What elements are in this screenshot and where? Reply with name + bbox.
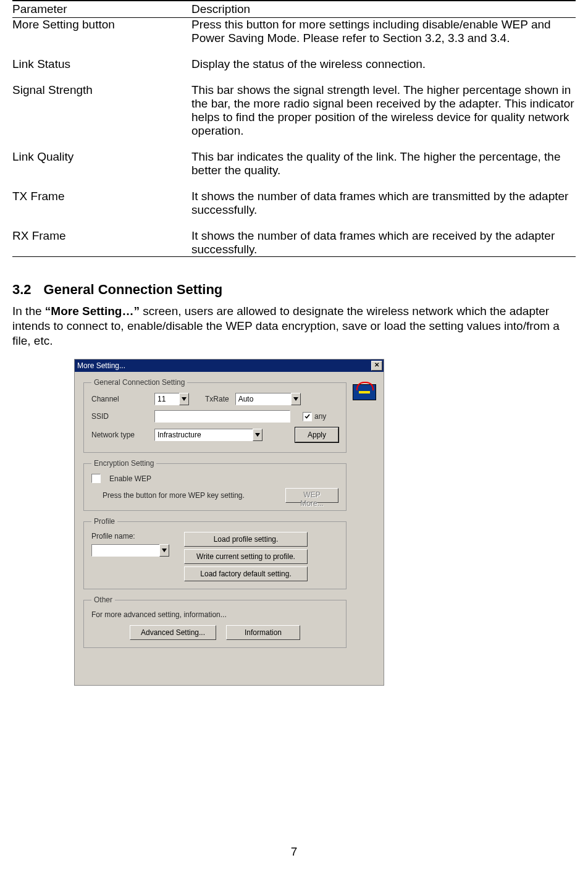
table-header-description: Description	[191, 1, 576, 18]
profile-name-select[interactable]	[91, 544, 169, 557]
chevron-down-icon[interactable]	[291, 393, 301, 405]
table-header-parameter: Parameter	[12, 1, 191, 18]
dialog-title: More Setting...	[77, 361, 125, 370]
wep-hint-text: Press the button for more WEP key settin…	[103, 491, 245, 500]
channel-value[interactable]	[154, 393, 179, 405]
network-type-label: Network type	[91, 431, 148, 439]
table-row: Link Status Display the status of the wi…	[12, 57, 576, 71]
ssid-input[interactable]	[154, 410, 290, 423]
table-row: Signal Strength This bar shows the signa…	[12, 83, 576, 138]
any-checkbox[interactable]	[303, 412, 312, 421]
chevron-down-icon[interactable]	[179, 393, 189, 405]
section-number: 3.2	[12, 282, 32, 298]
network-type-value[interactable]	[154, 429, 253, 441]
other-hint-text: For more advanced setting, information..…	[91, 610, 338, 619]
param-desc: It shows the number of data frames which…	[191, 190, 576, 217]
group-legend: Encryption Setting	[91, 459, 156, 468]
param-desc: This bar shows the signal strength level…	[191, 83, 576, 138]
txrate-select[interactable]	[235, 393, 301, 405]
section-paragraph: In the “More Setting…” screen, users are…	[12, 304, 576, 348]
txrate-label: TxRate	[205, 395, 229, 403]
param-desc: Press this button for more settings incl…	[191, 18, 576, 46]
param-desc: It shows the number of data frames which…	[191, 229, 576, 257]
chevron-down-icon[interactable]	[253, 429, 262, 441]
wep-more-button[interactable]: WEP More...	[285, 488, 338, 503]
load-factory-default-button[interactable]: Load factory default setting.	[184, 566, 308, 581]
group-other: Other For more advanced setting, informa…	[83, 595, 346, 648]
apply-button[interactable]: Apply	[295, 427, 338, 442]
param-name: Signal Strength	[12, 83, 191, 138]
network-type-select[interactable]	[154, 429, 262, 441]
table-row: TX Frame It shows the number of data fra…	[12, 190, 576, 217]
group-legend: General Connection Setting	[91, 378, 187, 387]
table-row: More Setting button Press this button fo…	[12, 18, 576, 46]
profile-name-label: Profile name:	[91, 532, 169, 541]
group-general-connection: General Connection Setting Channel TxRat…	[83, 378, 346, 453]
enable-wep-label: Enable WEP	[109, 474, 151, 483]
param-name: Link Quality	[12, 150, 191, 177]
parameter-table: Parameter Description More Setting butto…	[12, 0, 576, 257]
load-profile-button[interactable]: Load profile setting.	[184, 532, 308, 547]
advanced-setting-button[interactable]: Advanced Setting...	[130, 625, 216, 640]
write-profile-button[interactable]: Write current setting to profile.	[184, 549, 308, 564]
dialog-titlebar: More Setting... ✕	[75, 360, 384, 372]
table-row: Link Quality This bar indicates the qual…	[12, 150, 576, 177]
section-title: General Connection Setting	[44, 282, 223, 297]
param-name: TX Frame	[12, 190, 191, 217]
enable-wep-checkbox[interactable]	[91, 474, 101, 483]
chevron-down-icon[interactable]	[159, 544, 169, 557]
section-heading: 3.2General Connection Setting	[12, 282, 576, 298]
param-desc: This bar indicates the quality of the li…	[191, 150, 576, 177]
information-button[interactable]: Information	[226, 625, 300, 640]
any-label: any	[314, 412, 326, 421]
group-profile: Profile Profile name:	[83, 517, 346, 589]
param-name: RX Frame	[12, 229, 191, 257]
table-row: RX Frame It shows the number of data fra…	[12, 229, 576, 257]
group-legend: Other	[91, 595, 115, 604]
txrate-value[interactable]	[235, 393, 291, 405]
ssid-label: SSID	[91, 412, 148, 421]
profile-name-input[interactable]	[91, 544, 159, 557]
wireless-device-icon	[353, 379, 375, 399]
page-number: 7	[0, 845, 588, 859]
close-button[interactable]: ✕	[371, 361, 382, 371]
param-name: More Setting button	[12, 18, 191, 46]
group-legend: Profile	[91, 517, 117, 526]
param-desc: Display the status of the wireless conne…	[191, 57, 576, 71]
group-encryption: Encryption Setting Enable WEP Press the …	[83, 459, 346, 511]
more-setting-dialog: More Setting... ✕ General Connection Set…	[74, 359, 384, 686]
channel-select[interactable]	[154, 393, 189, 405]
param-name: Link Status	[12, 57, 191, 71]
channel-label: Channel	[91, 395, 148, 403]
